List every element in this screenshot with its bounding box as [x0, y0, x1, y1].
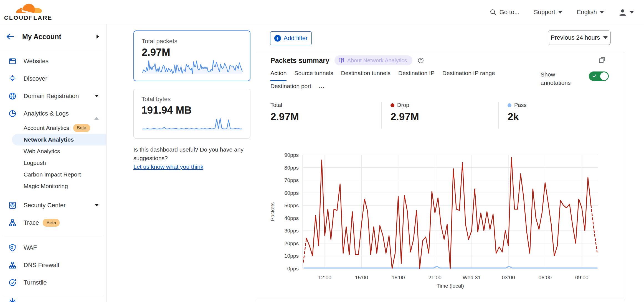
tab-destination-tunnels[interactable]: Destination tunnels [341, 68, 391, 81]
language-menu[interactable]: English [577, 9, 604, 16]
svg-text:03:00: 03:00 [502, 275, 515, 280]
stat-drop: Drop 2.97M [381, 102, 498, 129]
stat-value: 2.97M [391, 111, 498, 123]
sidebar-item-analytics-logs[interactable]: Analytics & Logs [0, 105, 106, 122]
sidebar-item-label: Magic Monitoring [24, 183, 68, 190]
chevron-down-icon [600, 11, 604, 14]
stat-label: Total [270, 102, 299, 108]
sidebar-item-label: Network Analytics [24, 136, 74, 143]
sidebar-item-cutoff[interactable] [9, 298, 16, 302]
drop-series-dot [391, 103, 394, 107]
cloudflare-cloud-icon [11, 3, 45, 15]
stat-pass: Pass 2k [498, 102, 615, 129]
support-menu[interactable]: Support [534, 9, 562, 16]
globe-icon [9, 92, 16, 100]
tab-destination-port[interactable]: Destination port [270, 81, 311, 93]
plus-icon: + [274, 35, 281, 42]
tab-destination-ip[interactable]: Destination IP [398, 68, 435, 81]
svg-text:0pps: 0pps [287, 266, 299, 272]
stat-value: 2.97M [270, 111, 299, 123]
chevron-down-icon [630, 11, 634, 14]
sidebar-item-label: Websites [24, 58, 49, 65]
sidebar-item-discover[interactable]: Discover [0, 70, 106, 87]
tab-source-tunnels[interactable]: Source tunnels [294, 68, 333, 81]
show-annotations-toggle[interactable] [589, 71, 609, 81]
svg-text:80pps: 80pps [284, 165, 299, 171]
sidebar-item-websites[interactable]: Websites [0, 52, 106, 70]
account-menu[interactable] [618, 8, 634, 16]
stat-label-text: Total [270, 102, 282, 108]
time-range-dropdown[interactable]: Previous 24 hours [548, 30, 611, 45]
pie-chart-small-icon[interactable] [417, 57, 424, 64]
sidebar-divider [4, 235, 103, 235]
stat-total: Total 2.97M [270, 102, 299, 123]
shield-gear-icon [9, 244, 16, 252]
sidebar-item-account-analytics[interactable]: Account Analytics Beta [0, 122, 106, 134]
about-network-analytics-badge[interactable]: About Network Analytics [334, 55, 413, 65]
stat-label-text: Drop [397, 102, 409, 108]
sidebar-item-label: Account Analytics [24, 125, 69, 131]
cloudflare-logo[interactable]: CLOUDFLARE [6, 3, 50, 21]
sidebar-item-dns-firewall[interactable]: DNS Firewall [0, 256, 106, 274]
lightbulb-icon [9, 75, 16, 83]
network-tree-icon [9, 261, 16, 269]
chevron-right-icon [97, 35, 99, 39]
beta-badge: Beta [73, 124, 90, 132]
stat-label: Drop [391, 102, 498, 108]
sidebar-item-label: Logpush [24, 160, 46, 166]
chevron-down-icon [95, 95, 99, 97]
stats-row: Total 2.97M Drop 2.97M Pass 2k [257, 102, 624, 130]
svg-text:90pps: 90pps [284, 152, 299, 158]
pie-chart-icon [9, 110, 16, 117]
expand-icon[interactable] [598, 56, 606, 64]
cloudflare-logo-text: CLOUDFLARE [4, 14, 53, 21]
packets-sparkline [142, 58, 243, 75]
sidebar-item-magic-monitoring[interactable]: Magic Monitoring [0, 180, 106, 192]
top-header: CLOUDFLARE Go to... Support English [0, 0, 644, 24]
user-icon [618, 8, 627, 16]
chevron-down-icon [603, 36, 608, 39]
sidebar-item-network-analytics[interactable]: Network Analytics [12, 134, 106, 145]
sidebar-account-header[interactable]: My Account [0, 24, 106, 49]
svg-text:10pps: 10pps [284, 253, 299, 259]
svg-text:21:00: 21:00 [428, 275, 442, 280]
feedback-link[interactable]: Let us know what you think [133, 163, 203, 170]
sidebar-item-trace[interactable]: Trace Beta [0, 214, 106, 231]
svg-text:30pps: 30pps [284, 228, 299, 234]
check-icon [592, 74, 597, 78]
add-filter-label: Add filter [284, 35, 308, 42]
sidebar-item-label: Carbon Impact Report [24, 171, 81, 178]
stat-label-text: Pass [514, 102, 526, 108]
add-filter-button[interactable]: + Add filter [270, 31, 312, 45]
sidebar-item-security-center[interactable]: Security Center [0, 196, 106, 214]
bytes-sparkline [141, 116, 243, 132]
packets-chart[interactable]: 0pps10pps20pps30pps40pps50pps60pps70pps8… [258, 151, 623, 291]
sidebar-item-web-analytics[interactable]: Web Analytics [0, 145, 106, 157]
tab-action[interactable]: Action [270, 68, 286, 81]
svg-text:09:00: 09:00 [575, 275, 589, 280]
sidebar-item-waf[interactable]: WAF [0, 239, 106, 256]
search-icon [490, 9, 497, 16]
sidebar-item-carbon-impact-report[interactable]: Carbon Impact Report [0, 169, 106, 180]
sidebar-item-label: Domain Registration [24, 93, 79, 100]
total-packets-card[interactable]: Total packets 2.97M [133, 30, 250, 81]
book-icon [338, 57, 344, 63]
chevron-down-icon [95, 204, 99, 206]
dimension-tabs: Action Source tunnels Destination tunnel… [270, 68, 520, 93]
svg-text:70pps: 70pps [284, 177, 299, 183]
back-arrow-icon[interactable] [6, 33, 14, 40]
tab-destination-ip-range[interactable]: Destination IP range [442, 68, 495, 81]
sidebar-item-label: Turnstile [24, 279, 47, 286]
tabs-more-button[interactable]: ... [319, 81, 325, 93]
sidebar-item-logpush[interactable]: Logpush [0, 157, 106, 169]
card-value: 2.97M [142, 47, 242, 58]
global-search[interactable]: Go to... [490, 9, 519, 16]
about-badge-label: About Network Analytics [347, 57, 407, 64]
svg-text:Packets: Packets [270, 202, 275, 221]
sidebar-item-domain-registration[interactable]: Domain Registration [0, 87, 106, 105]
total-bytes-card[interactable]: Total bytes 191.94 MB [133, 89, 250, 139]
panel-title-row: Packets summary About Network Analytics [270, 55, 424, 65]
sidebar-item-turnstile[interactable]: Turnstile [0, 274, 106, 291]
burst-icon [9, 298, 16, 302]
pass-series-dot [508, 103, 511, 107]
